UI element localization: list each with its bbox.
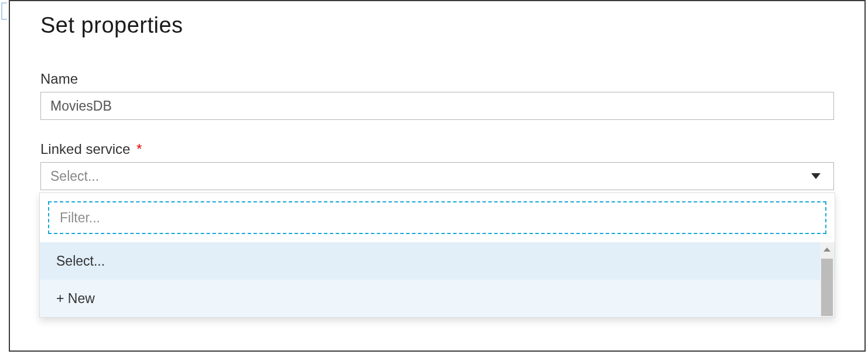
dropdown-option-label: Select... xyxy=(56,253,105,269)
linked-service-field-group: Linked service * Select... Select... xyxy=(40,141,834,190)
page-title: Set properties xyxy=(40,13,834,38)
dropdown-option-select[interactable]: Select... xyxy=(40,242,835,280)
chevron-down-icon xyxy=(811,173,821,179)
dropdown-scrollbar[interactable] xyxy=(820,242,834,317)
linked-service-dropdown: Select... + New xyxy=(39,193,835,318)
name-field-group: Name xyxy=(40,71,834,120)
linked-service-label: Linked service * xyxy=(40,141,834,157)
dropdown-option-label: + New xyxy=(56,291,95,307)
linked-service-select-value: Select... xyxy=(50,169,99,184)
properties-panel: Set properties Name Linked service * Sel… xyxy=(9,0,866,352)
name-label: Name xyxy=(40,71,834,87)
name-input[interactable] xyxy=(40,92,834,120)
partial-border-decoration xyxy=(1,2,7,20)
scroll-thumb[interactable] xyxy=(821,259,833,316)
required-asterisk: * xyxy=(136,141,142,157)
scroll-up-icon[interactable] xyxy=(820,242,834,256)
linked-service-select[interactable]: Select... xyxy=(40,162,834,190)
dropdown-filter-input[interactable] xyxy=(48,201,826,234)
dropdown-option-new[interactable]: + New xyxy=(40,280,835,317)
dropdown-options-list: Select... + New xyxy=(40,242,835,317)
linked-service-label-text: Linked service xyxy=(40,141,130,157)
